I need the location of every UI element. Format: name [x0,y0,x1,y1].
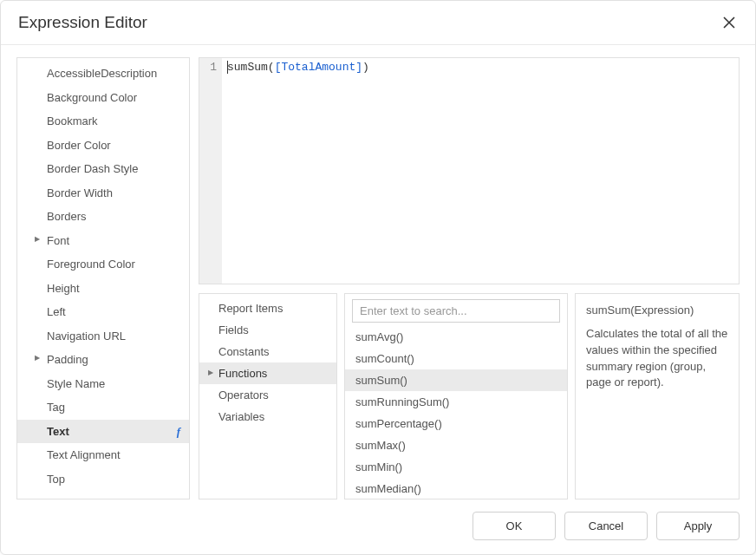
close-icon [723,16,735,29]
property-label: Text Alignment [47,448,121,461]
expression-editor-dialog: Expression Editor AccessibleDescriptionB… [0,0,756,555]
function-item[interactable]: sumMax() [345,434,567,456]
dialog-footer: OK Cancel Apply [1,500,755,554]
category-item[interactable]: Report Items [199,297,336,319]
search-wrap [345,294,567,326]
code-text: sumSum([TotalAmount]) [222,58,375,284]
property-item[interactable]: Padding [17,348,189,372]
category-item[interactable]: Variables [199,406,336,428]
close-button[interactable] [720,14,738,31]
description-panel: sumSum(Expression) Calculates the total … [575,293,740,500]
category-item[interactable]: Functions [199,362,336,384]
property-item[interactable]: Top [17,467,189,492]
property-item[interactable]: Textf [17,420,189,444]
search-input[interactable] [352,299,560,323]
property-item[interactable]: Height [17,277,189,301]
property-label: Tag [47,401,65,414]
property-item[interactable]: Foreground Color [17,252,189,277]
line-number: 1 [210,61,217,74]
code-field-name: TotalAmount [281,61,355,74]
property-item[interactable]: Font [17,229,189,253]
function-item[interactable]: sumCount() [345,348,567,369]
property-item[interactable]: Navigation URL [17,324,189,349]
category-item[interactable]: Fields [199,319,336,341]
dialog-title: Expression Editor [18,13,147,32]
property-label: Font [47,234,69,247]
property-item[interactable]: Style Name [17,372,189,396]
code-close-bracket: ] [355,61,362,74]
fx-icon: f [177,423,180,441]
description-title: sumSum(Expression) [586,303,728,319]
property-label: Text [47,425,69,438]
property-label: Borders [47,210,87,223]
code-close-paren: ) [362,61,369,74]
properties-panel[interactable]: AccessibleDescriptionBackground ColorBoo… [16,57,190,500]
property-item[interactable]: Visible [17,491,189,500]
property-label: Navigation URL [47,330,126,343]
property-label: Left [47,305,66,318]
dialog-header: Expression Editor [1,1,755,45]
function-item[interactable]: sumRunningSum() [345,391,567,413]
category-item[interactable]: Operators [199,384,336,406]
property-item[interactable]: Bookmark [17,109,189,134]
category-item[interactable]: Constants [199,341,336,362]
property-item[interactable]: Text Alignment [17,443,189,467]
function-item[interactable]: sumAvg() [345,326,567,348]
property-label: Padding [47,353,88,366]
function-item[interactable]: sumMin() [345,456,567,478]
ok-button[interactable]: OK [472,512,556,540]
apply-button[interactable]: Apply [656,512,740,540]
functions-list[interactable]: sumAvg()sumCount()sumSum()sumRunningSum(… [345,326,567,499]
property-label: AccessibleDescription [47,67,157,80]
property-label: Border Color [47,139,111,152]
property-label: Foreground Color [47,258,135,271]
property-item[interactable]: Border Width [17,181,189,206]
property-item[interactable]: Tag [17,395,189,420]
property-label: Height [47,282,80,295]
expression-code-editor[interactable]: 1 sumSum([TotalAmount]) [199,57,740,284]
code-function-name: sumSum [227,61,268,74]
categories-panel[interactable]: Report ItemsFieldsConstantsFunctionsOper… [199,293,337,500]
cancel-button[interactable]: Cancel [564,512,648,540]
property-label: Bookmark [47,114,98,127]
property-item[interactable]: Left [17,300,189,324]
function-item[interactable]: sumSum() [345,369,567,391]
dialog-content: AccessibleDescriptionBackground ColorBoo… [1,45,755,500]
property-label: Border Dash Style [47,162,139,175]
function-item[interactable]: sumMedian() [345,478,567,499]
right-side: 1 sumSum([TotalAmount]) Report ItemsFiel… [199,57,740,500]
property-item[interactable]: Border Color [17,134,189,158]
functions-panel: sumAvg()sumCount()sumSum()sumRunningSum(… [344,293,568,500]
function-item[interactable]: sumPercentage() [345,413,567,434]
property-item[interactable]: Border Dash Style [17,157,189,181]
property-label: Top [47,473,65,486]
property-item[interactable]: Borders [17,205,189,229]
description-body: Calculates the total of all the values w… [586,326,728,391]
property-label: Background Color [47,91,137,104]
property-item[interactable]: AccessibleDescription [17,62,189,86]
property-label: Style Name [47,377,105,390]
bottom-panels: Report ItemsFieldsConstantsFunctionsOper… [199,293,740,500]
property-label: Border Width [47,186,113,199]
code-open-paren: ( [268,61,275,74]
code-gutter: 1 [199,58,222,284]
property-item[interactable]: Background Color [17,86,189,110]
